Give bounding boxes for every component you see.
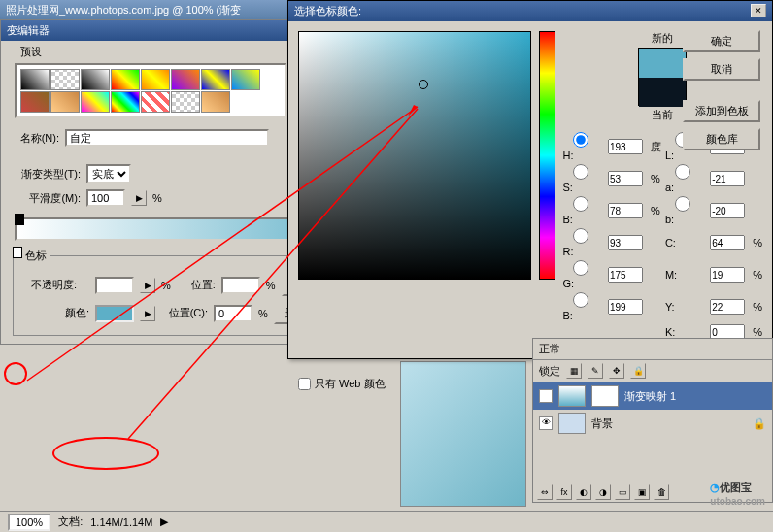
folder-icon[interactable]: ▭	[615, 484, 630, 500]
r-radio[interactable]	[563, 228, 598, 244]
web-only-label: 只有 Web 颜色	[315, 377, 386, 391]
preset-swatch[interactable]	[171, 69, 200, 90]
bv-input[interactable]	[608, 203, 643, 218]
percent-label: %	[152, 192, 162, 204]
preset-swatch[interactable]	[231, 69, 260, 90]
color-swatch-button[interactable]	[95, 305, 134, 322]
y-input[interactable]	[710, 299, 745, 315]
trash-icon[interactable]: 🗑	[654, 484, 669, 500]
name-label: 名称(N):	[11, 131, 59, 146]
position2-input[interactable]	[214, 305, 252, 322]
visibility-icon[interactable]: 👁	[539, 389, 553, 403]
percent-label: %	[161, 280, 171, 291]
layer-row-gradient-map[interactable]: 👁 渐变映射 1	[533, 382, 772, 410]
position2-label: 位置(C):	[161, 306, 208, 320]
add-swatch-button[interactable]: 添加到色板	[683, 100, 760, 122]
h-input[interactable]	[608, 139, 643, 154]
m-input[interactable]	[710, 267, 745, 283]
smooth-label: 平滑度(M):	[11, 191, 81, 206]
lock-icon: 🔒	[753, 417, 766, 430]
lock-label: 锁定	[539, 364, 560, 379]
new-color-swatch	[639, 49, 686, 78]
annotation-circle	[4, 362, 27, 385]
watermark-logo: ◔优图宝 utobao.com	[710, 476, 765, 507]
mask-thumb	[591, 385, 619, 407]
preset-swatch[interactable]	[20, 69, 50, 90]
current-color-swatch	[639, 78, 686, 107]
fx-icon[interactable]: fx	[556, 484, 572, 500]
doc-label: 文档:	[58, 515, 83, 529]
preset-swatch[interactable]	[141, 91, 170, 113]
b-input[interactable]	[710, 203, 745, 218]
annotation-circle	[52, 437, 159, 470]
doc-size: 1.14M/1.14M	[90, 516, 152, 528]
gradient-name-input[interactable]	[65, 129, 269, 147]
opacity-stop[interactable]	[15, 214, 24, 225]
layer-row-background[interactable]: 👁 背景 🔒	[533, 410, 772, 437]
layer-thumb	[558, 413, 586, 434]
preset-swatch[interactable]	[20, 91, 50, 113]
b-radio[interactable]	[665, 196, 700, 212]
new-current-swatch	[638, 48, 687, 106]
preset-swatch[interactable]	[111, 91, 140, 113]
g-radio[interactable]	[563, 260, 598, 276]
link-icon[interactable]: ⇔	[537, 484, 553, 500]
web-only-checkbox[interactable]	[298, 378, 311, 390]
new-color-label: 新的	[652, 31, 673, 46]
bv-radio[interactable]	[563, 196, 598, 212]
color-libs-button[interactable]: 颜色库	[683, 128, 760, 150]
preset-swatch[interactable]	[201, 91, 230, 113]
h-radio[interactable]	[563, 132, 598, 148]
layer-name: 渐变映射 1	[624, 389, 676, 404]
lock-all-icon[interactable]: 🔒	[630, 363, 646, 379]
color-stop-start[interactable]	[13, 247, 22, 258]
bch-radio[interactable]	[563, 292, 598, 308]
c-input[interactable]	[710, 235, 745, 250]
lock-transparent-icon[interactable]: ▦	[566, 363, 582, 379]
bch-input[interactable]	[608, 299, 643, 315]
cancel-button[interactable]: 取消	[683, 58, 760, 81]
saturation-value-field[interactable]	[298, 31, 531, 280]
adjustment-icon[interactable]: ◑	[595, 484, 611, 500]
stops-legend: 色标	[21, 249, 50, 263]
color-picker-title: 选择色标颜色:	[294, 4, 361, 18]
preset-swatch[interactable]	[81, 69, 110, 90]
preset-swatch[interactable]	[141, 69, 170, 90]
g-input[interactable]	[608, 267, 643, 283]
percent-label: %	[266, 280, 276, 291]
visibility-icon[interactable]: 👁	[539, 416, 553, 430]
type-label: 渐变类型(T):	[11, 167, 81, 182]
smooth-input[interactable]	[86, 189, 125, 207]
mask-icon[interactable]: ◐	[576, 484, 591, 500]
chevron-right-icon[interactable]: ▶	[160, 515, 168, 528]
preset-swatch[interactable]	[50, 91, 80, 113]
preset-swatch[interactable]	[111, 69, 140, 90]
preset-swatch[interactable]	[50, 69, 80, 90]
chevron-right-icon[interactable]: ▶	[131, 190, 147, 206]
hue-slider[interactable]	[539, 31, 555, 280]
r-input[interactable]	[608, 235, 643, 250]
preset-swatch[interactable]	[171, 91, 200, 113]
color-values-grid: H:度 L: S:% a: B:% b: R: C:% G: M:% B: Y:…	[563, 132, 762, 340]
preset-swatch[interactable]	[81, 91, 110, 113]
a-radio[interactable]	[665, 164, 700, 180]
gradient-type-select[interactable]: 实底	[86, 164, 131, 183]
layer-thumb	[558, 385, 586, 407]
position-input	[221, 277, 260, 294]
percent-label: %	[258, 308, 268, 319]
zoom-display[interactable]: 100%	[8, 514, 50, 531]
a-input[interactable]	[710, 171, 745, 186]
s-input[interactable]	[608, 171, 643, 186]
preset-grid[interactable]	[15, 63, 286, 118]
chevron-right-icon[interactable]: ▶	[140, 306, 155, 321]
status-bar: 100% 文档: 1.14M/1.14M ▶	[0, 511, 773, 532]
s-radio[interactable]	[563, 164, 598, 180]
close-icon[interactable]: ✕	[751, 4, 766, 17]
ok-button[interactable]: 确定	[683, 30, 760, 52]
lock-pixels-icon[interactable]: ✎	[588, 363, 603, 379]
preset-swatch[interactable]	[201, 69, 230, 90]
sv-cursor-icon	[419, 80, 428, 89]
blend-mode-label: 正常	[539, 342, 560, 356]
new-layer-icon[interactable]: ▣	[634, 484, 650, 500]
lock-position-icon[interactable]: ✥	[609, 363, 624, 379]
